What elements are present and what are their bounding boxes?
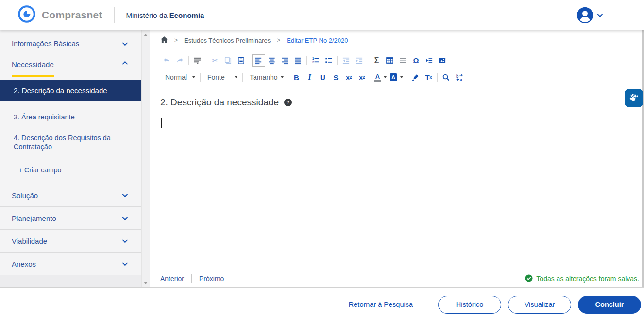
chevron-down-icon: [122, 40, 128, 45]
insert-table-icon[interactable]: [383, 54, 396, 67]
search-icon[interactable]: [440, 71, 453, 84]
scroll-down-arrow-icon[interactable]: [142, 279, 150, 287]
italic-icon[interactable]: I: [303, 71, 316, 84]
chevron-down-icon: [400, 76, 403, 78]
save-status-text: Todas as alterações foram salvas.: [536, 275, 639, 283]
svg-text:a: a: [459, 77, 462, 82]
sidebar-section-anexos[interactable]: Anexos: [0, 252, 141, 275]
comprasnet-logo[interactable]: Comprasnet: [17, 4, 102, 26]
editor-footer: Anterior Próximo Todas as alterações for…: [160, 270, 639, 287]
find-replace-icon[interactable]: ba: [453, 71, 466, 84]
breadcrumb-separator: >: [277, 37, 280, 44]
paste-icon[interactable]: [235, 54, 248, 67]
subscript-icon[interactable]: x2: [342, 71, 356, 84]
header-divider: [114, 7, 115, 23]
paragraph-format-dropdown[interactable]: Normal: [160, 71, 198, 84]
chevron-up-icon: [122, 61, 128, 66]
home-icon[interactable]: [160, 36, 168, 45]
svg-text:2: 2: [312, 60, 314, 64]
conclude-button[interactable]: Concluir: [578, 296, 641, 314]
sidebar-item-requisitos-contratacao[interactable]: 4. Descrição dos Requisitos da Contrataç…: [0, 134, 141, 151]
section-heading: 2. Descrição da necessidade ?: [160, 97, 644, 108]
background-color-icon[interactable]: A: [388, 71, 405, 84]
sidebar-item-area-requisitante[interactable]: 3. Área requisitante: [0, 113, 141, 121]
undo-icon[interactable]: [160, 54, 173, 67]
chevron-down-icon: [122, 215, 128, 220]
increase-indent-icon[interactable]: [353, 54, 366, 67]
align-center-icon[interactable]: [265, 54, 278, 67]
svg-text:b: b: [456, 73, 458, 78]
cut-icon[interactable]: ✂: [208, 54, 221, 67]
breadcrumb: > Estudos Técnicos Preliminares > Editar…: [160, 30, 644, 51]
scroll-up-arrow-icon[interactable]: [142, 31, 150, 39]
help-icon[interactable]: ?: [284, 99, 292, 106]
special-character-omega-icon[interactable]: Ω: [409, 54, 423, 67]
bullet-list-icon[interactable]: [322, 54, 335, 67]
insert-image-icon[interactable]: [436, 54, 449, 67]
justify-icon[interactable]: [291, 54, 305, 67]
sign-language-hands-icon: [628, 91, 640, 105]
page-scrollbar[interactable]: [642, 30, 644, 321]
text-color-icon[interactable]: A: [373, 71, 388, 84]
user-menu[interactable]: [577, 7, 601, 23]
sidebar-section-necessidade[interactable]: Necessidade: [0, 55, 141, 73]
strikethrough-icon[interactable]: S: [329, 71, 342, 84]
equation-sigma-icon[interactable]: Σ: [370, 54, 383, 67]
chevron-down-icon: [384, 76, 387, 78]
align-right-icon[interactable]: [278, 54, 291, 67]
chevron-down-icon: [281, 76, 284, 78]
pager-divider: [191, 274, 192, 283]
save-status: Todas as alterações foram salvas.: [525, 274, 639, 284]
horizontal-lines-icon[interactable]: [396, 54, 409, 67]
redo-icon[interactable]: [173, 54, 186, 67]
app-header: Comprasnet Ministério da Economia: [0, 0, 644, 30]
return-to-search-link[interactable]: Retornar à Pesquisa: [349, 301, 413, 308]
page-break-icon[interactable]: [423, 54, 436, 67]
select-all-icon[interactable]: [191, 54, 204, 67]
sidebar-scrollbar[interactable]: [141, 30, 150, 287]
chevron-down-icon: [122, 237, 128, 243]
breadcrumb-separator: >: [174, 37, 178, 44]
breadcrumb-link-etp[interactable]: Estudos Técnicos Preliminares: [184, 37, 271, 44]
sidebar-section-viabilidade[interactable]: Viabilidade: [0, 229, 141, 252]
sidebar-section-solucao[interactable]: Solução: [0, 184, 141, 206]
font-size-dropdown[interactable]: Tamanho: [245, 71, 286, 84]
vlibras-accessibility-button[interactable]: [625, 89, 643, 107]
underline-icon[interactable]: U: [316, 71, 329, 84]
sidebar-item-descricao-necessidade[interactable]: 2. Descrição da necessidade: [0, 80, 141, 101]
action-footer: Retornar à Pesquisa Histórico Visualizar…: [0, 287, 644, 321]
comprasnet-logo-icon: [17, 4, 37, 26]
sidebar-footer-strip: [0, 275, 141, 287]
remove-format-icon[interactable]: Tx: [422, 71, 435, 84]
chevron-down-icon: [192, 76, 195, 78]
section-heading-text: 2. Descrição da necessidade: [160, 97, 279, 108]
align-left-icon[interactable]: [252, 54, 265, 67]
user-avatar-icon: [577, 7, 593, 23]
richtext-editor-area[interactable]: [160, 108, 644, 265]
copy-formatting-brush-icon[interactable]: [409, 71, 422, 84]
decrease-indent-icon[interactable]: [339, 54, 353, 67]
next-link[interactable]: Próximo: [199, 275, 224, 283]
editor-toolbar-row2: Normal Fonte Tamanho B I U S x2 x2 A: [160, 68, 644, 86]
numbered-list-icon[interactable]: 12: [309, 54, 322, 67]
breadcrumb-current-page[interactable]: Editar ETP No 2/2020: [287, 37, 348, 44]
svg-text:1: 1: [312, 57, 314, 60]
copy-icon[interactable]: [221, 54, 235, 67]
previous-link[interactable]: Anterior: [160, 275, 184, 283]
sidebar-section-informacoes-basicas[interactable]: Informações Básicas: [0, 32, 141, 55]
toolbar-divider: [160, 86, 639, 86]
bold-icon[interactable]: B: [290, 71, 303, 84]
chevron-down-icon: [122, 192, 128, 197]
history-button[interactable]: Histórico: [438, 296, 501, 314]
main-content: > Estudos Técnicos Preliminares > Editar…: [150, 30, 644, 287]
font-dropdown[interactable]: Fonte: [203, 71, 240, 84]
pager: Anterior Próximo: [160, 274, 224, 283]
superscript-icon[interactable]: x2: [356, 71, 369, 84]
chevron-down-icon: [597, 12, 603, 17]
sidebar-section-planejamento[interactable]: Planejamento: [0, 206, 141, 229]
preview-button[interactable]: Visualizar: [508, 296, 571, 314]
create-field-link[interactable]: + Criar campo: [18, 166, 141, 174]
chevron-down-icon: [235, 76, 237, 78]
sidebar: Informações Básicas Necessidade 2. Descr…: [0, 30, 141, 287]
editor-toolbar-row1: ✂ 12: [160, 52, 644, 68]
